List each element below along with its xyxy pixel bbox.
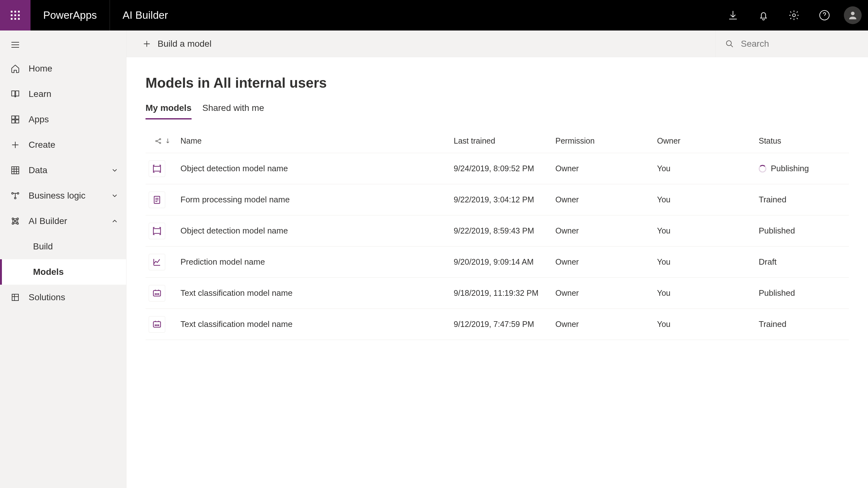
row-owner: You xyxy=(657,226,759,236)
row-last-trained: 9/12/2019, 7:47:59 PM xyxy=(454,319,555,329)
row-owner: You xyxy=(657,257,759,267)
sidebar-item-create[interactable]: Create xyxy=(0,132,126,158)
column-header-permission[interactable]: Permission xyxy=(555,136,657,146)
prediction-icon xyxy=(149,254,165,270)
svg-rect-15 xyxy=(16,120,19,123)
row-last-trained: 9/20/2019, 9:09:14 AM xyxy=(454,257,555,267)
sidebar-item-apps[interactable]: Apps xyxy=(0,107,126,132)
svg-rect-5 xyxy=(18,14,20,16)
row-permission: Owner xyxy=(555,226,657,236)
column-header-type[interactable] xyxy=(146,137,181,145)
flow-icon xyxy=(10,191,20,201)
row-permission: Owner xyxy=(555,257,657,267)
row-owner: You xyxy=(657,288,759,298)
row-owner: You xyxy=(657,195,759,204)
sidebar-collapse-button[interactable] xyxy=(0,34,126,56)
sidebar-item-home[interactable]: Home xyxy=(0,56,126,81)
row-name: Object detection model name xyxy=(181,163,454,174)
app-name[interactable]: PowerApps xyxy=(31,9,110,21)
build-model-button[interactable]: Build a model xyxy=(142,39,212,49)
text-classification-icon xyxy=(149,285,165,302)
plus-icon xyxy=(10,140,20,150)
tab-shared-with-me[interactable]: Shared with me xyxy=(203,103,264,119)
row-status: Published xyxy=(759,226,849,236)
sidebar-subitem-models[interactable]: Models xyxy=(0,259,126,285)
row-permission: Owner xyxy=(555,319,657,329)
notifications-button[interactable] xyxy=(749,0,778,30)
search-input[interactable] xyxy=(741,39,868,49)
sidebar-subitem-label: Models xyxy=(33,267,64,277)
sidebar-item-solutions[interactable]: Solutions xyxy=(0,285,126,310)
sidebar-item-label: Apps xyxy=(29,114,119,125)
column-header-name[interactable]: Name xyxy=(181,136,454,146)
row-last-trained: 9/22/2019, 3:04:12 PM xyxy=(454,195,555,204)
row-status: Published xyxy=(759,288,849,298)
search-icon xyxy=(725,39,734,49)
svg-rect-6 xyxy=(11,18,13,20)
download-icon xyxy=(727,9,739,21)
svg-point-18 xyxy=(17,192,19,194)
tab-my-models[interactable]: My models xyxy=(146,103,192,119)
sidebar-item-learn[interactable]: Learn xyxy=(0,81,126,107)
row-name: Form processing model name xyxy=(181,195,454,205)
svg-rect-2 xyxy=(18,11,20,13)
home-icon xyxy=(10,64,20,73)
row-permission: Owner xyxy=(555,164,657,173)
row-status-text: Draft xyxy=(759,257,776,267)
row-status: Draft xyxy=(759,257,849,267)
row-name: Text classification model name xyxy=(181,319,454,329)
svg-rect-3 xyxy=(11,14,13,16)
sidebar-item-label: Data xyxy=(29,165,111,175)
settings-button[interactable] xyxy=(780,0,808,30)
row-status-text: Trained xyxy=(759,319,786,329)
table-row[interactable]: Object detection model name9/22/2019, 8:… xyxy=(146,215,849,247)
table-row[interactable]: Text classification model name9/18/2019,… xyxy=(146,278,849,309)
row-type-cell xyxy=(146,285,181,302)
download-button[interactable] xyxy=(719,0,747,30)
table-row[interactable]: Object detection model name9/24/2019, 8:… xyxy=(146,153,849,184)
share-icon xyxy=(154,137,162,145)
row-type-cell xyxy=(146,223,181,239)
svg-point-29 xyxy=(159,142,161,144)
row-type-cell xyxy=(146,160,181,177)
svg-point-11 xyxy=(851,12,854,15)
sidebar-item-ai-builder[interactable]: AI Builder xyxy=(0,208,126,234)
sidebar-item-label: Business logic xyxy=(29,191,111,201)
row-status-text: Publishing xyxy=(771,163,809,174)
hamburger-icon xyxy=(10,40,20,50)
row-owner: You xyxy=(657,164,759,173)
sidebar-item-data[interactable]: Data xyxy=(0,158,126,183)
table-row[interactable]: Text classification model name9/12/2019,… xyxy=(146,309,849,340)
table-row[interactable]: Prediction model name9/20/2019, 9:09:14 … xyxy=(146,247,849,278)
row-type-cell xyxy=(146,191,181,208)
app-launcher-button[interactable] xyxy=(0,0,31,30)
sidebar-item-business-logic[interactable]: Business logic xyxy=(0,183,126,208)
svg-point-9 xyxy=(793,14,796,17)
sidebar: Home Learn Apps Create Data Business log… xyxy=(0,30,126,488)
sidebar-subitem-build[interactable]: Build xyxy=(0,234,126,259)
book-icon xyxy=(10,89,20,99)
sidebar-item-label: AI Builder xyxy=(29,216,111,226)
row-name: Text classification model name xyxy=(181,288,454,298)
svg-point-28 xyxy=(159,139,161,140)
user-avatar[interactable] xyxy=(844,6,862,24)
table-header-row: Name Last trained Permission Owner Statu… xyxy=(146,129,849,153)
row-last-trained: 9/18/2019, 11:19:32 PM xyxy=(454,288,555,298)
main: Build a model Models in All internal use… xyxy=(126,30,868,488)
row-status: Trained xyxy=(759,319,849,329)
row-status-text: Published xyxy=(759,288,795,298)
svg-rect-4 xyxy=(14,14,16,16)
data-icon xyxy=(10,165,20,175)
table-row[interactable]: Form processing model name9/22/2019, 3:0… xyxy=(146,184,849,215)
sidebar-item-label: Home xyxy=(29,64,119,74)
build-model-label: Build a model xyxy=(158,39,212,49)
row-name: Prediction model name xyxy=(181,257,454,267)
row-last-trained: 9/24/2019, 8:09:52 PM xyxy=(454,164,555,173)
global-header: PowerApps AI Builder xyxy=(0,0,868,30)
column-header-last-trained[interactable]: Last trained xyxy=(454,136,555,146)
column-header-owner[interactable]: Owner xyxy=(657,136,759,146)
search-box[interactable] xyxy=(715,30,868,57)
column-header-status[interactable]: Status xyxy=(759,136,849,146)
row-status: Publishing xyxy=(759,163,849,174)
help-button[interactable] xyxy=(810,0,839,30)
